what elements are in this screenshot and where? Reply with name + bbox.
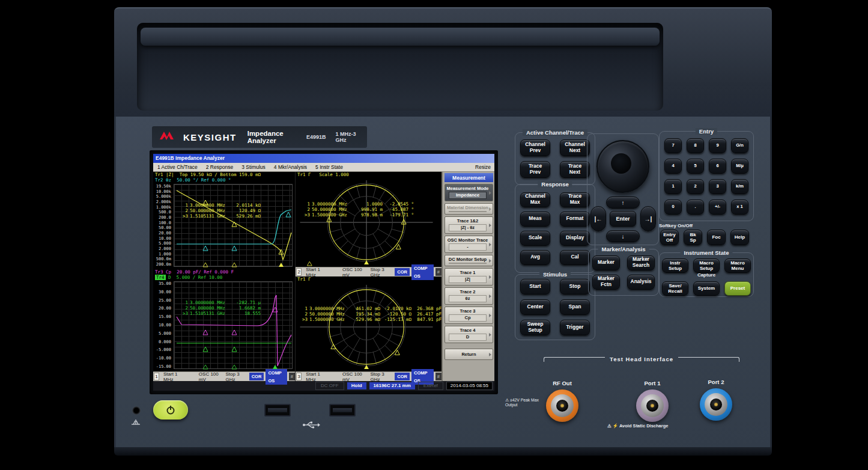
panel-key[interactable]: Trigger — [560, 320, 590, 335]
panel-key[interactable]: System — [693, 281, 720, 296]
up-arrow-key[interactable]: ↑ — [606, 197, 640, 209]
chart-cp-d: Tr3 Cp 20.00 pF/ Ref 0.000 F Tr4 D 5.000… — [153, 269, 295, 371]
y-tick: 200.0m — [156, 262, 171, 267]
product-name: Impedance Analyzer — [247, 130, 297, 144]
section-title: Response — [538, 181, 572, 188]
osc-level: OSC 100 mV — [196, 371, 223, 382]
ground-icon — [130, 417, 141, 428]
y-tick: 2.000k — [156, 200, 171, 204]
test-head-interface-header: Test Head Interface — [544, 356, 739, 362]
panel-key[interactable]: Trace Max — [560, 192, 590, 207]
osc-level: OSC 100 mV — [340, 371, 368, 382]
softkey-button[interactable]: OSC Monitor Trace - — [445, 236, 493, 253]
date-time: 2014-03-05 08:55 — [446, 382, 493, 390]
panel-key[interactable]: Preset — [724, 281, 751, 296]
panel-key[interactable]: Entry Off — [660, 230, 679, 245]
panel-key[interactable]: Instr Setup — [662, 258, 688, 273]
keypad-key[interactable]: G/n — [731, 138, 748, 153]
panel-key[interactable]: Span — [560, 299, 590, 315]
marker-row: 250.000000 MHz998.91 m-45.087 ° — [303, 207, 414, 212]
y-tick: 5.000 — [159, 241, 171, 246]
panel-key[interactable]: Trace Next — [560, 161, 590, 178]
panel-key[interactable]: Channel Prev — [520, 139, 550, 156]
panel-key[interactable]: Help — [730, 230, 749, 245]
softkey-button[interactable]: Trace 1&2 |Z| - θz — [445, 216, 493, 234]
keypad-key[interactable]: 7 — [664, 138, 682, 153]
keysight-logo-icon — [159, 130, 177, 144]
spacer — [0, 166, 868, 167]
menu-item[interactable]: 5 Instr State — [311, 164, 347, 170]
menu-item[interactable]: 2 Response — [202, 164, 237, 170]
output-warning: ⚠ ±42V Peak Max Output — [505, 398, 550, 408]
keypad-key[interactable]: k/m — [731, 179, 748, 194]
section-title: Entry — [696, 128, 717, 135]
trace2-header: Tr2 θz 50.00 °/ Ref 0.000 ° — [153, 177, 295, 183]
softkey-button[interactable]: Trace 1 |Z| — [445, 268, 493, 285]
y-tick: -5.000 — [156, 347, 171, 352]
softkey-button[interactable]: Trace 3 Cp — [445, 307, 493, 324]
panel-key[interactable]: Avg — [520, 250, 550, 265]
softkey-button[interactable]: DC Monitor Setup — [445, 255, 493, 266]
panel-key[interactable]: Scale — [520, 231, 550, 246]
panel-key[interactable]: Bk Sp — [684, 230, 702, 245]
softkey-button[interactable]: Trace 4 D — [445, 326, 493, 343]
channel-number: 1 — [154, 373, 159, 380]
panel-key[interactable]: Macro Menu — [724, 258, 751, 273]
panel-key[interactable]: Marker Search — [627, 255, 655, 270]
resize-button[interactable]: Resize — [472, 164, 494, 170]
panel-key[interactable]: Analysis — [627, 275, 655, 290]
panel-key[interactable]: Center — [520, 299, 550, 315]
marker-readout: 13.0000000 MHz2.0114 kΩ250.000000 MHz120… — [181, 186, 261, 219]
panel-key[interactable]: Format — [560, 212, 590, 227]
left-arrow-key[interactable]: |← — [590, 206, 606, 231]
panel-key[interactable]: Macro Setup — [693, 258, 720, 273]
right-arrow-key[interactable]: →| — [640, 206, 656, 231]
keypad-key[interactable]: 2 — [687, 179, 704, 194]
section-active-channel-trace: Active Channel/Trace Channel PrevChannel… — [515, 132, 595, 185]
polar1-header: Tr1 Γ Scale 1.000 — [296, 172, 442, 177]
power-button[interactable] — [153, 400, 188, 420]
panel-key[interactable]: Display — [560, 231, 590, 246]
softkey-value: θz — [449, 295, 487, 302]
y-tick: 0.000 — [159, 340, 171, 344]
n-connector — [546, 389, 578, 422]
softkey-button[interactable]: Measurement Mode Impedance — [445, 184, 493, 201]
softkey-return-button[interactable]: Return — [445, 349, 493, 360]
panel-key[interactable]: Channel Max — [520, 192, 550, 207]
menu-item[interactable]: 1 Active Ch/Trace — [153, 164, 202, 170]
panel-key[interactable]: Stop — [560, 279, 590, 295]
stop-frequency: Stop 3 GHz — [368, 371, 393, 382]
keypad-key[interactable]: 9 — [709, 138, 726, 153]
panel-key[interactable]: Meas — [520, 212, 550, 227]
y-tick: 200.0 — [159, 215, 171, 220]
panel-key[interactable]: Marker Fctn — [592, 275, 620, 290]
panel-key[interactable]: Start — [520, 279, 550, 295]
enter-key[interactable]: Enter — [610, 211, 636, 227]
panel-key[interactable]: Foc — [707, 230, 726, 245]
keypad-key[interactable]: . — [687, 200, 704, 215]
softkey-filler — [445, 362, 493, 380]
panel-key[interactable]: Sweep Setup — [520, 320, 550, 335]
marker-readout: 13.0000000 MHz1.0000-2.8545 °250.000000 … — [303, 185, 414, 218]
panel-key[interactable]: Save/ Recall — [662, 281, 688, 296]
panel-key[interactable]: Trace Prev — [520, 161, 550, 178]
panel-key[interactable]: Marker — [592, 255, 620, 270]
keypad-key[interactable]: 3 — [709, 179, 726, 194]
hash-indicator: # — [436, 268, 442, 276]
keypad-key[interactable]: 0 — [664, 200, 682, 215]
polar2-header: Tr1 Γ — [296, 276, 442, 282]
usb-port-2 — [329, 404, 356, 417]
softkey-button[interactable]: Trace 2 θz — [445, 287, 493, 305]
softkey-label: Trace 4 — [446, 328, 489, 333]
keypad-key[interactable]: 1 — [664, 179, 682, 194]
panel-key[interactable]: Channel Next — [560, 139, 590, 156]
menu-item[interactable]: 4 Mkr/Analysis — [270, 164, 311, 170]
keypad-key[interactable]: 8 — [687, 138, 704, 153]
down-arrow-key[interactable]: ↓ — [606, 230, 640, 242]
menu-item[interactable]: 3 Stimulus — [237, 164, 270, 170]
y-tick: 500.0 — [159, 210, 171, 215]
softkey-button[interactable]: Material Dimension — [445, 203, 493, 215]
panel-key[interactable]: Cal — [560, 250, 590, 265]
keypad-key[interactable]: x 1 — [731, 200, 748, 215]
keypad-key[interactable]: +/- — [709, 200, 726, 215]
